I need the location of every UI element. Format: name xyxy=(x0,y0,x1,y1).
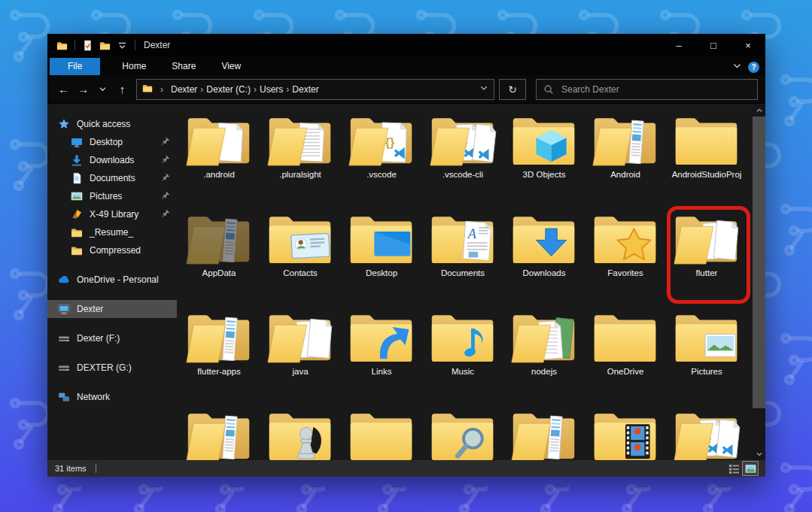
sidebar-item-dexter-f[interactable]: Dexter (F:) xyxy=(47,329,177,347)
folder-icon[interactable] xyxy=(56,39,68,52)
folder-star-icon xyxy=(591,211,660,266)
breadcrumb-segment[interactable]: Dexter xyxy=(292,84,318,95)
folder-a-document-icon: A xyxy=(428,211,497,266)
sidebar-item-dexter[interactable]: Dexter xyxy=(47,300,177,318)
customize-toolbar-chevron-icon[interactable] xyxy=(116,39,129,52)
sidebar-item-label: Dexter xyxy=(77,304,103,314)
sidebar-item-pictures[interactable]: Pictures xyxy=(47,187,177,205)
check-document-icon[interactable] xyxy=(81,39,94,52)
forward-button[interactable]: → xyxy=(75,80,92,98)
tab-share[interactable]: Share xyxy=(159,58,208,75)
breadcrumb-segment[interactable]: Dexter xyxy=(171,84,197,95)
file-item-music[interactable]: Music xyxy=(422,308,503,407)
tab-home[interactable]: Home xyxy=(109,58,159,75)
open-folder-text-document-icon xyxy=(266,113,335,168)
large-icons-view-button[interactable] xyxy=(743,462,758,475)
recent-locations-chevron-icon[interactable] xyxy=(94,80,111,98)
file-item-label: Desktop xyxy=(366,268,397,279)
breadcrumb-segment[interactable]: Users xyxy=(260,84,283,95)
file-item-label: Favorites xyxy=(607,268,643,279)
file-item-flutter-apps[interactable]: flutter-apps xyxy=(178,308,260,407)
file-item-3d-objects[interactable]: 3D Objects xyxy=(503,111,585,210)
sidebar-item-downloads[interactable]: Downloads xyxy=(47,151,177,169)
open-folder-content-icon xyxy=(184,408,254,460)
file-item--android[interactable]: .android xyxy=(178,111,260,210)
screenshot-stage: Dexter – □ × File Home Share View ? ← → … xyxy=(0,0,812,512)
file-item-onedrive[interactable]: OneDrive xyxy=(585,308,666,407)
file-item-flutter[interactable]: flutter xyxy=(666,210,747,308)
file-item-row4-27[interactable]: {} xyxy=(666,407,747,460)
file-item-androidstudioproj[interactable]: AndroidStudioProj xyxy=(666,111,747,210)
sidebar-item-label: Network xyxy=(77,392,110,402)
sidebar-item-x-49-library[interactable]: X-49 Library xyxy=(47,205,177,223)
help-icon[interactable]: ? xyxy=(748,62,759,73)
folder-shortcut-arrow-icon xyxy=(347,310,416,365)
file-list-area[interactable]: .android.pluralsight{}.vscode{}.vscode-c… xyxy=(177,104,753,460)
refresh-button[interactable]: ↻ xyxy=(499,79,526,100)
folder-icon[interactable] xyxy=(99,39,111,52)
ribbon-tabs: File Home Share View ? xyxy=(47,56,765,75)
sidebar-item-resume[interactable]: _Resume_ xyxy=(47,223,177,241)
drive-icon xyxy=(58,362,70,374)
maximize-button[interactable]: □ xyxy=(696,34,731,56)
items-count: 31 items xyxy=(55,464,87,473)
address-dropdown-chevron-icon[interactable] xyxy=(479,83,488,95)
sidebar-item-label: _Resume_ xyxy=(90,227,133,238)
file-item-row4-25[interactable] xyxy=(503,407,585,460)
large-icons-view-icon xyxy=(745,463,756,474)
file-item-nodejs[interactable]: nodejs xyxy=(503,308,585,407)
file-item--vscode-cli[interactable]: {}.vscode-cli xyxy=(422,111,503,210)
scrollbar-down-icon[interactable] xyxy=(753,447,765,460)
file-item-row4-21[interactable] xyxy=(178,407,260,460)
scrollbar-up-icon[interactable] xyxy=(753,104,765,117)
file-item-android[interactable]: Android xyxy=(585,111,666,210)
details-view-button[interactable] xyxy=(726,462,741,475)
file-item-links[interactable]: Links xyxy=(341,308,422,407)
file-item-label: flutter-apps xyxy=(197,366,241,377)
file-item-desktop[interactable]: Desktop xyxy=(341,210,422,308)
folder-desktop-screen-icon xyxy=(347,211,416,266)
expand-ribbon-chevron-icon[interactable] xyxy=(732,61,742,73)
titlebar[interactable]: Dexter – □ × xyxy=(47,34,765,56)
search-input[interactable] xyxy=(560,83,750,95)
file-item-java[interactable]: java xyxy=(260,308,341,407)
file-item-downloads[interactable]: Downloads xyxy=(503,210,585,308)
tab-view[interactable]: View xyxy=(208,58,254,75)
file-item-label: java xyxy=(292,366,308,377)
sidebar-item-quick-access[interactable]: Quick access xyxy=(47,115,177,133)
file-item-favorites[interactable]: Favorites xyxy=(585,210,666,308)
address-box[interactable]: › Dexter›Dexter (C:)›Users›Dexter xyxy=(136,79,494,100)
status-separator xyxy=(96,464,96,473)
sidebar-item-compressed[interactable]: Compressed xyxy=(47,241,177,259)
file-item--pluralsight[interactable]: .pluralsight xyxy=(260,111,341,210)
file-item-contacts[interactable]: Contacts xyxy=(260,210,341,308)
file-item-row4-23[interactable] xyxy=(341,407,422,460)
sidebar-item-dexter-g[interactable]: DEXTER (G:) xyxy=(47,359,177,377)
minimize-button[interactable]: – xyxy=(661,34,696,56)
up-button[interactable]: ↑ xyxy=(114,80,131,98)
pin-icon xyxy=(160,174,169,183)
breadcrumb-separator: › xyxy=(157,84,166,95)
file-item-pictures[interactable]: Pictures xyxy=(666,308,747,407)
tab-file[interactable]: File xyxy=(50,58,100,75)
file-item-row4-22[interactable] xyxy=(260,407,341,460)
window-controls: – □ × xyxy=(661,34,765,56)
scrollbar-track[interactable] xyxy=(753,408,765,447)
folder-chess-pawn-icon xyxy=(266,408,335,460)
file-item-appdata[interactable]: AppData xyxy=(178,210,260,308)
file-item--vscode[interactable]: {}.vscode xyxy=(341,111,422,210)
breadcrumb-segment[interactable]: Dexter (C:) xyxy=(206,84,251,95)
file-item-row4-24[interactable] xyxy=(422,407,503,460)
file-item-documents[interactable]: ADocuments xyxy=(422,210,503,308)
sidebar-item-documents[interactable]: Documents xyxy=(47,169,177,187)
vertical-scrollbar[interactable] xyxy=(753,104,765,460)
close-button[interactable]: × xyxy=(731,34,765,56)
scrollbar-thumb[interactable] xyxy=(753,117,765,408)
details-view-icon xyxy=(728,463,740,474)
sidebar-item-onedrive-personal[interactable]: OneDrive - Personal xyxy=(47,271,177,289)
back-button[interactable]: ← xyxy=(55,80,72,98)
sidebar-item-network[interactable]: Network xyxy=(47,388,177,406)
folder-contact-card-icon xyxy=(266,211,335,266)
file-item-row4-26[interactable] xyxy=(585,407,666,460)
sidebar-item-desktop[interactable]: Desktop xyxy=(47,133,177,151)
